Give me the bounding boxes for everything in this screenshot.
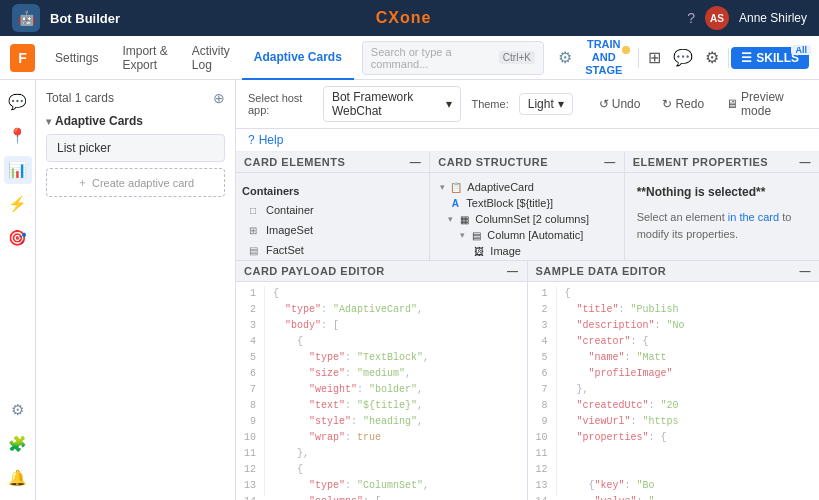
top-editors: CARD ELEMENTS — Containers □ Container ⊞… (236, 152, 819, 260)
sidebar-bell-icon[interactable]: 🔔 (4, 464, 32, 492)
redo-button[interactable]: ↻ Redo (656, 94, 710, 114)
grid-icon[interactable]: ⊞ (641, 42, 670, 74)
structure-collapse-icon[interactable]: — (604, 156, 616, 168)
element-properties-header: ELEMENT PROPERTIES — (625, 152, 819, 173)
card-elements-body: Containers □ Container ⊞ ImageSet ▤ Fact… (236, 173, 429, 260)
sidebar-target-icon[interactable]: 🎯 (4, 224, 32, 252)
tree-textblock[interactable]: A TextBlock [${title}] (436, 195, 617, 211)
sample-data-header: SAMPLE DATA EDITOR — (528, 261, 820, 282)
element-factset[interactable]: ▤ FactSet (242, 240, 423, 260)
card-elements-panel: CARD ELEMENTS — Containers □ Container ⊞… (236, 152, 430, 260)
sidebar-chat-icon[interactable]: 💬 (4, 88, 32, 116)
help-icon[interactable]: ? (687, 10, 695, 26)
nav-settings[interactable]: Settings (43, 36, 110, 80)
undo-button[interactable]: ↺ Undo (593, 94, 647, 114)
card-list-item[interactable]: List picker (46, 134, 225, 162)
panel-total: Total 1 cards (46, 91, 114, 105)
card-structure-body: ▾ 📋 AdaptiveCard A TextBlock [${title}] … (430, 173, 623, 260)
tree-chevron-icon2: ▾ (448, 214, 453, 224)
nothing-selected-text: **Nothing is selected** (631, 179, 813, 205)
add-card-icon[interactable]: ⊕ (213, 90, 225, 106)
dropdown-chevron-icon: ▾ (446, 97, 452, 111)
payload-collapse-icon[interactable]: — (507, 265, 519, 277)
nav-adaptive-cards[interactable]: Adaptive Cards (242, 36, 354, 80)
train-stage-dot (622, 46, 630, 54)
props-collapse-icon[interactable]: — (799, 156, 811, 168)
sidebar-chart-icon[interactable]: 📊 (4, 156, 32, 184)
search-placeholder-text: Search or type a command... (371, 46, 493, 70)
gear-icon[interactable]: ⚙ (698, 42, 727, 74)
main-layout: 💬 📍 📊 ⚡ 🎯 ⚙ 🧩 🔔 Total 1 cards ⊕ ▾ Adapti… (0, 80, 819, 500)
column-tree-icon: ▤ (469, 230, 483, 241)
sample-data-editor: SAMPLE DATA EDITOR — 12345 678910 111213… (528, 261, 820, 500)
adaptive-card-icon: 📋 (449, 182, 463, 193)
chat-icon[interactable]: 💬 (669, 42, 698, 74)
theme-chevron-icon: ▾ (558, 97, 564, 111)
sidebar-location-icon[interactable]: 📍 (4, 122, 32, 150)
factset-icon: ▤ (246, 243, 260, 257)
sample-collapse-icon[interactable]: — (800, 265, 812, 277)
element-properties-body: **Nothing is selected** Select an elemen… (625, 173, 819, 260)
skills-wrap: ☰ SKILLS All (731, 47, 809, 69)
tree-chevron-icon: ▾ (440, 182, 445, 192)
preview-icon: 🖥 (726, 97, 738, 111)
card-payload-body[interactable]: 12345 678910 1112131415 161718 { "type":… (236, 282, 527, 500)
app-title: Bot Builder (50, 11, 120, 26)
properties-instructions: Select an element in the card to modify … (631, 205, 813, 246)
sample-code: { "title": "Publish "description": "No "… (557, 286, 815, 496)
panel-header: Total 1 cards ⊕ (46, 90, 225, 106)
bot-icon: 🤖 (18, 10, 35, 26)
columnset-tree-icon: ▦ (457, 214, 471, 225)
chevron-down-icon: ▾ (46, 116, 51, 127)
nav-import-export[interactable]: Import &Export (110, 36, 179, 80)
top-bar: 🤖 Bot Builder CXone ? AS Anne Shirley (0, 0, 819, 36)
card-payload-header: CARD PAYLOAD EDITOR — (236, 261, 527, 282)
cards-panel: Total 1 cards ⊕ ▾ Adaptive Cards List pi… (36, 80, 236, 500)
app-logo: 🤖 (12, 4, 40, 32)
create-card-button[interactable]: ＋ Create adaptive card (46, 168, 225, 197)
sample-data-body[interactable]: 12345 678910 1112131415 161718 { "title"… (528, 282, 820, 500)
sample-line-numbers: 12345 678910 1112131415 161718 (532, 286, 557, 496)
favorite-icon[interactable]: F (10, 44, 35, 72)
tree-image[interactable]: 🖼 Image (436, 243, 617, 259)
tree-adaptive-card[interactable]: ▾ 📋 AdaptiveCard (436, 179, 617, 195)
top-bar-right: ? AS Anne Shirley (687, 6, 807, 30)
train-stage-btn[interactable]: ⚙ TRAIN AND STAGE (552, 38, 636, 78)
card-elements-header: CARD ELEMENTS — (236, 152, 429, 173)
element-properties-panel: ELEMENT PROPERTIES — **Nothing is select… (625, 152, 819, 260)
sidebar-flow-icon[interactable]: ⚡ (4, 190, 32, 218)
section-header[interactable]: ▾ Adaptive Cards (46, 114, 225, 128)
element-container[interactable]: □ Container (242, 200, 423, 220)
payload-code: { "type": "AdaptiveCard", "body": [ { "t… (265, 286, 522, 496)
image-tree-icon: 🖼 (472, 246, 486, 257)
sidebar-puzzle-icon[interactable]: 🧩 (4, 430, 32, 458)
all-badge: All (791, 45, 811, 55)
hamburger-icon: ☰ (741, 51, 752, 65)
user-avatar[interactable]: AS (705, 6, 729, 30)
divider (638, 48, 639, 68)
tree-column[interactable]: ▾ ▤ Column [Automatic] (436, 227, 617, 243)
undo-icon: ↺ (599, 97, 609, 111)
imageset-icon: ⊞ (246, 223, 260, 237)
nav-activity-log[interactable]: ActivityLog (180, 36, 242, 80)
left-sidebar: 💬 📍 📊 ⚡ 🎯 ⚙ 🧩 🔔 (0, 80, 36, 500)
tree-columnset[interactable]: ▾ ▦ ColumnSet [2 columns] (436, 211, 617, 227)
theme-select[interactable]: Light ▾ (519, 93, 573, 115)
adaptive-cards-section: ▾ Adaptive Cards List picker ＋ Create ad… (46, 114, 225, 197)
sidebar-settings-icon[interactable]: ⚙ (4, 396, 32, 424)
cxone-logo: CXone (376, 9, 432, 27)
keyboard-shortcut: Ctrl+K (499, 51, 535, 64)
preview-mode-button[interactable]: 🖥 Preview mode (720, 87, 807, 121)
card-structure-panel: CARD STRUCTURE — ▾ 📋 AdaptiveCard A Text… (430, 152, 624, 260)
content-area: Select host app: Bot Framework WebChat ▾… (236, 80, 819, 500)
host-app-select[interactable]: Bot Framework WebChat ▾ (323, 86, 462, 122)
element-imageset[interactable]: ⊞ ImageSet (242, 220, 423, 240)
container-icon: □ (246, 203, 260, 217)
help-row[interactable]: ? Help (236, 129, 819, 152)
divider2 (728, 48, 729, 68)
nav-search[interactable]: Search or type a command... Ctrl+K (362, 41, 544, 75)
card-payload-editor: CARD PAYLOAD EDITOR — 12345 678910 11121… (236, 261, 528, 500)
user-name: Anne Shirley (739, 11, 807, 25)
collapse-icon[interactable]: — (410, 156, 422, 168)
content-toolbar: Select host app: Bot Framework WebChat ▾… (236, 80, 819, 129)
